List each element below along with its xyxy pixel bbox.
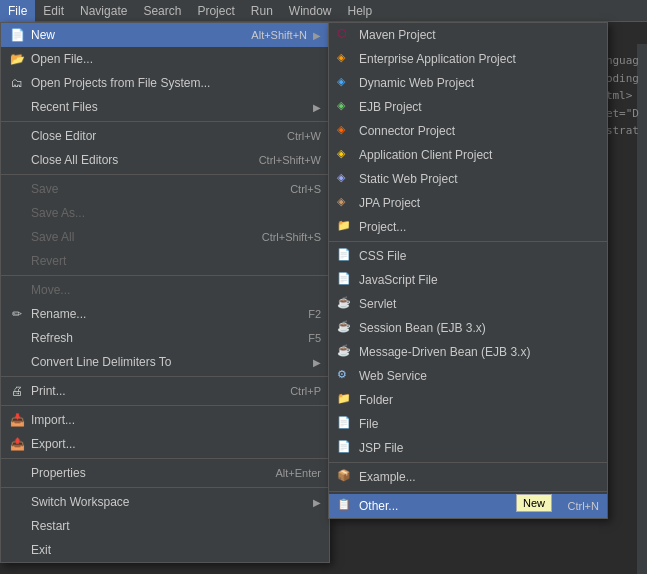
menu-item-properties[interactable]: Properties Alt+Enter xyxy=(1,461,329,485)
new-icon: 📄 xyxy=(9,27,25,43)
menu-item-close-editor[interactable]: Close Editor Ctrl+W xyxy=(1,124,329,148)
menu-item-revert[interactable]: Revert xyxy=(1,249,329,273)
open-file-icon: 📂 xyxy=(9,51,25,67)
menu-item-print[interactable]: 🖨 Print... Ctrl+P xyxy=(1,379,329,403)
submenu-web-service[interactable]: ⚙ Web Service xyxy=(329,364,607,388)
menu-item-switch-workspace[interactable]: Switch Workspace ▶ xyxy=(1,490,329,514)
submenu-file[interactable]: 📄 File xyxy=(329,412,607,436)
menu-window[interactable]: Window xyxy=(281,0,340,22)
file-menu-dropdown: 📄 New Alt+Shift+N ▶ 📂 Open File... 🗂 Ope… xyxy=(0,22,330,563)
maven-icon: ⬡ xyxy=(337,27,353,43)
submenu-css[interactable]: 📄 CSS File xyxy=(329,244,607,268)
menu-bar: File Edit Navigate Search Project Run Wi… xyxy=(0,0,647,22)
project-icon: 📁 xyxy=(337,219,353,235)
submenu-servlet[interactable]: ☕ Servlet xyxy=(329,292,607,316)
connector-icon: ◈ xyxy=(337,123,353,139)
static-web-icon: ◈ xyxy=(337,171,353,187)
menu-item-recent-files[interactable]: Recent Files ▶ xyxy=(1,95,329,119)
menu-file[interactable]: File xyxy=(0,0,35,22)
menu-item-exit[interactable]: Exit xyxy=(1,538,329,562)
menu-search[interactable]: Search xyxy=(135,0,189,22)
menu-item-rename[interactable]: ✏ Rename... F2 xyxy=(1,302,329,326)
submenu-ejb[interactable]: ◈ EJB Project xyxy=(329,95,607,119)
message-bean-icon: ☕ xyxy=(337,344,353,360)
submenu-other[interactable]: 📋 Other... Ctrl+N xyxy=(329,494,607,518)
jsp-icon: 📄 xyxy=(337,440,353,456)
app-client-icon: ◈ xyxy=(337,147,353,163)
submenu-maven[interactable]: ⬡ Maven Project xyxy=(329,23,607,47)
new-submenu: ⬡ Maven Project ◈ Enterprise Application… xyxy=(328,22,608,519)
submenu-static-web[interactable]: ◈ Static Web Project xyxy=(329,167,607,191)
js-icon: 📄 xyxy=(337,272,353,288)
menu-item-open-projects[interactable]: 🗂 Open Projects from File System... xyxy=(1,71,329,95)
import-icon: 📥 xyxy=(9,412,25,428)
open-projects-icon: 🗂 xyxy=(9,75,25,91)
submenu-separator-2 xyxy=(329,462,607,463)
separator-1 xyxy=(1,121,329,122)
separator-2 xyxy=(1,174,329,175)
submenu-js[interactable]: 📄 JavaScript File xyxy=(329,268,607,292)
submenu-session-bean[interactable]: ☕ Session Bean (EJB 3.x) xyxy=(329,316,607,340)
menu-item-save-as[interactable]: Save As... xyxy=(1,201,329,225)
enterprise-icon: ◈ xyxy=(337,51,353,67)
menu-item-close-all[interactable]: Close All Editors Ctrl+Shift+W xyxy=(1,148,329,172)
menu-item-convert[interactable]: Convert Line Delimiters To ▶ xyxy=(1,350,329,374)
menu-item-refresh[interactable]: Refresh F5 xyxy=(1,326,329,350)
ejb-icon: ◈ xyxy=(337,99,353,115)
example-icon: 📦 xyxy=(337,469,353,485)
separator-5 xyxy=(1,405,329,406)
menu-navigate[interactable]: Navigate xyxy=(72,0,135,22)
separator-6 xyxy=(1,458,329,459)
separator-7 xyxy=(1,487,329,488)
menu-project[interactable]: Project xyxy=(189,0,242,22)
menu-item-save-all[interactable]: Save All Ctrl+Shift+S xyxy=(1,225,329,249)
menu-item-import[interactable]: 📥 Import... xyxy=(1,408,329,432)
submenu-jsp[interactable]: 📄 JSP File xyxy=(329,436,607,460)
tooltip-new: New xyxy=(516,494,552,512)
submenu-jpa[interactable]: ◈ JPA Project xyxy=(329,191,607,215)
submenu-dynamic-web[interactable]: ◈ Dynamic Web Project xyxy=(329,71,607,95)
submenu-app-client[interactable]: ◈ Application Client Project xyxy=(329,143,607,167)
submenu-connector[interactable]: ◈ Connector Project xyxy=(329,119,607,143)
submenu-separator-3 xyxy=(329,491,607,492)
webservice-icon: ⚙ xyxy=(337,368,353,384)
folder-icon: 📁 xyxy=(337,392,353,408)
convert-arrow: ▶ xyxy=(313,357,321,368)
jpa-icon: ◈ xyxy=(337,195,353,211)
arrow-icon: ▶ xyxy=(313,30,321,41)
rename-icon: ✏ xyxy=(9,306,25,322)
menu-help[interactable]: Help xyxy=(340,0,381,22)
submenu-message-bean[interactable]: ☕ Message-Driven Bean (EJB 3.x) xyxy=(329,340,607,364)
submenu-example[interactable]: 📦 Example... xyxy=(329,465,607,489)
submenu-enterprise[interactable]: ◈ Enterprise Application Project xyxy=(329,47,607,71)
export-icon: 📤 xyxy=(9,436,25,452)
other-icon: 📋 xyxy=(337,498,353,514)
menu-item-restart[interactable]: Restart xyxy=(1,514,329,538)
dynamic-web-icon: ◈ xyxy=(337,75,353,91)
menu-item-open-file[interactable]: 📂 Open File... xyxy=(1,47,329,71)
menu-item-export[interactable]: 📤 Export... xyxy=(1,432,329,456)
menu-edit[interactable]: Edit xyxy=(35,0,72,22)
switch-workspace-arrow: ▶ xyxy=(313,497,321,508)
submenu-project[interactable]: 📁 Project... xyxy=(329,215,607,239)
menu-item-new[interactable]: 📄 New Alt+Shift+N ▶ xyxy=(1,23,329,47)
servlet-icon: ☕ xyxy=(337,296,353,312)
menu-item-move[interactable]: Move... xyxy=(1,278,329,302)
menu-item-save[interactable]: Save Ctrl+S xyxy=(1,177,329,201)
menu-run[interactable]: Run xyxy=(243,0,281,22)
separator-3 xyxy=(1,275,329,276)
recent-files-arrow: ▶ xyxy=(313,102,321,113)
session-bean-icon: ☕ xyxy=(337,320,353,336)
submenu-folder[interactable]: 📁 Folder xyxy=(329,388,607,412)
submenu-separator-1 xyxy=(329,241,607,242)
print-icon: 🖨 xyxy=(9,383,25,399)
code-hints: nguag oding tml> et="D strat xyxy=(606,52,639,140)
file-icon: 📄 xyxy=(337,416,353,432)
css-icon: 📄 xyxy=(337,248,353,264)
separator-4 xyxy=(1,376,329,377)
